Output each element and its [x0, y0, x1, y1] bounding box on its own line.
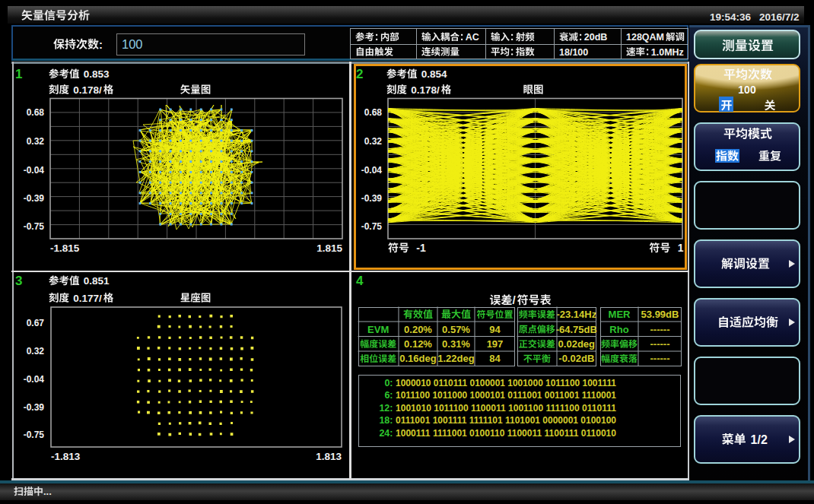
svg-text:0.851: 0.851	[84, 275, 110, 287]
svg-text:0.177/: 0.177/	[73, 293, 102, 304]
svg-text:2016/7/2: 2016/7/2	[759, 11, 800, 23]
svg-text:-0.39: -0.39	[24, 193, 45, 204]
svg-text:20dB: 20dB	[584, 32, 608, 43]
svg-text:AC: AC	[466, 32, 479, 43]
svg-text:1: 1	[15, 67, 22, 81]
svg-text:/: /	[512, 293, 516, 306]
svg-text:------: ------	[650, 338, 670, 350]
svg-text:0.853: 0.853	[84, 68, 110, 80]
svg-text:2: 2	[356, 67, 363, 81]
svg-text:100: 100	[738, 84, 756, 96]
svg-text:19:54:36: 19:54:36	[710, 11, 752, 23]
svg-text:3: 3	[15, 274, 22, 288]
svg-text:-0.04: -0.04	[24, 374, 45, 385]
svg-text:18:: 18:	[379, 415, 393, 426]
svg-text:6:: 6:	[384, 390, 393, 401]
svg-text:-0.39: -0.39	[361, 193, 383, 204]
svg-text:94: 94	[489, 324, 501, 335]
svg-text:-0.04: -0.04	[361, 165, 383, 176]
svg-text:-0.04: -0.04	[24, 165, 45, 176]
svg-text:0.02deg: 0.02deg	[558, 338, 595, 350]
svg-text:0.57%: 0.57%	[442, 324, 470, 335]
svg-text:-0.02dB: -0.02dB	[558, 353, 594, 364]
svg-text:128QAM: 128QAM	[626, 32, 664, 43]
svg-text:0.32: 0.32	[364, 136, 383, 147]
svg-text:0.178/: 0.178/	[73, 84, 102, 96]
svg-text:0111001 1001111 1111101 110100: 0111001 1001111 1111101 1101001 0000001 …	[396, 415, 616, 426]
svg-text:Rho: Rho	[609, 324, 628, 335]
svg-text:0.20%: 0.20%	[404, 324, 432, 335]
svg-text:24:: 24:	[379, 428, 393, 439]
svg-text:-0.75: -0.75	[361, 221, 383, 232]
svg-text:1000010 0110111 0100001 100100: 1000010 0110111 0100001 1001000 1011100 …	[396, 378, 616, 388]
svg-text:12:: 12:	[379, 403, 393, 414]
svg-text:-1.815: -1.815	[50, 242, 80, 254]
svg-text:0.68: 0.68	[27, 107, 45, 118]
svg-text:18/100: 18/100	[559, 47, 588, 58]
svg-text:-1.813: -1.813	[51, 451, 81, 462]
svg-text:0.16deg: 0.16deg	[399, 353, 436, 364]
svg-text:1.815: 1.815	[316, 242, 342, 254]
svg-text:0.178/: 0.178/	[411, 84, 440, 96]
svg-text:-23.14Hz: -23.14Hz	[556, 309, 596, 320]
svg-text:EVM: EVM	[367, 324, 389, 335]
svg-text:-0.39: -0.39	[24, 402, 45, 413]
svg-text:0.32: 0.32	[27, 136, 45, 147]
svg-text:...: ...	[43, 486, 52, 497]
svg-text:------: ------	[650, 353, 670, 364]
svg-text:53.99dB: 53.99dB	[641, 309, 679, 320]
svg-text:1000111 1111001 0100110 110001: 1000111 1111001 0100110 1100011 1100111 …	[396, 428, 616, 439]
svg-text:1.22deg: 1.22deg	[437, 353, 474, 364]
svg-text:-0.75: -0.75	[24, 430, 45, 440]
svg-text:1.813: 1.813	[316, 451, 342, 462]
svg-text:0.12%: 0.12%	[404, 338, 432, 350]
svg-text:1: 1	[678, 242, 684, 254]
svg-text:------: ------	[650, 324, 670, 335]
svg-text:1011100 1011000 1000101 011100: 1011100 1011000 1000101 0111001 0011001 …	[396, 390, 616, 401]
svg-text::: :	[99, 38, 103, 51]
svg-text:0.854: 0.854	[421, 68, 447, 80]
svg-text:-64.75dB: -64.75dB	[556, 324, 597, 335]
svg-text:1001010 1011100 1100011 100110: 1001010 1011100 1100011 1001100 1111100 …	[396, 403, 616, 414]
svg-text:-1: -1	[416, 242, 426, 254]
svg-text:MER: MER	[609, 309, 631, 320]
svg-text:0.67: 0.67	[27, 318, 45, 328]
svg-text:84: 84	[489, 353, 501, 364]
svg-text:0:: 0:	[384, 378, 393, 388]
svg-text:1.0MHz: 1.0MHz	[651, 47, 684, 58]
svg-text:-0.75: -0.75	[24, 221, 45, 232]
svg-text:0.68: 0.68	[364, 107, 383, 118]
svg-text:100: 100	[122, 37, 143, 51]
svg-text:4: 4	[356, 274, 364, 288]
svg-text:1/2: 1/2	[751, 433, 768, 446]
svg-text:197: 197	[487, 338, 504, 350]
svg-text:0.32: 0.32	[27, 346, 45, 357]
svg-text:0.31%: 0.31%	[442, 338, 470, 350]
